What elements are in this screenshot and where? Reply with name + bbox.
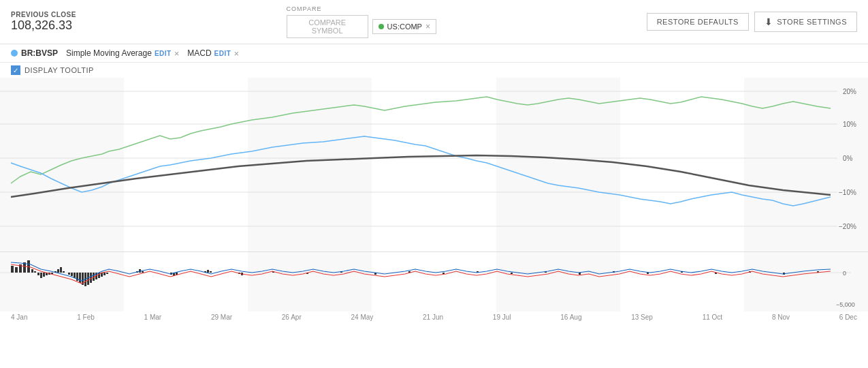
svg-rect-59: [443, 273, 445, 274]
svg-rect-41: [103, 273, 106, 275]
compare-symbol-input[interactable]: COMPARE SYMBOL: [287, 15, 368, 38]
svg-rect-50: [207, 270, 209, 273]
display-tooltip-checkbox[interactable]: [11, 65, 20, 75]
main-chart: SMA(50) 20% 10% 0% −10% −20%: [0, 78, 868, 251]
macd-edit-button[interactable]: EDIT: [214, 50, 231, 57]
svg-rect-26: [60, 267, 62, 273]
x-label-jul: 19 Jul: [493, 313, 511, 321]
svg-rect-32: [79, 273, 81, 283]
symbol-indicator: BR:BVSP: [11, 48, 58, 58]
prev-close-section: PREVIOUS CLOSE 108,326.33: [11, 11, 76, 33]
chip-label: US:COMP: [387, 22, 422, 31]
x-axis: 4 Jan 1 Feb 1 Mar 29 Mar 26 Apr 24 May 2…: [0, 311, 868, 321]
x-label-apr: 26 Apr: [282, 313, 302, 321]
svg-rect-51: [210, 271, 212, 273]
svg-rect-28: [68, 273, 70, 275]
prev-close-value: 108,326.33: [11, 18, 76, 33]
main-grid-svg: 20% 10% 0% −10% −20%: [0, 78, 868, 251]
macd-indicator: MACD EDIT ×: [187, 48, 239, 58]
svg-rect-17: [34, 271, 36, 273]
svg-text:−20%: −20%: [839, 223, 856, 230]
svg-rect-61: [511, 273, 513, 274]
svg-rect-36: [90, 273, 92, 283]
x-label-oct: 11 Oct: [703, 313, 722, 321]
macd-label: MACD: [187, 48, 211, 58]
store-settings-label: STORE SETTINGS: [777, 18, 847, 26]
macd-svg: 0 −5,000: [0, 252, 868, 312]
svg-text:0: 0: [843, 270, 846, 277]
svg-text:−5,000: −5,000: [836, 301, 855, 308]
prev-close-label: PREVIOUS CLOSE: [11, 11, 76, 18]
svg-rect-65: [647, 273, 649, 274]
x-label-dec: 6 Dec: [839, 313, 857, 321]
macd-chart: MACD(12,26,9): [0, 251, 868, 311]
svg-rect-18: [37, 273, 39, 275]
x-label-may: 24 May: [351, 313, 373, 321]
tooltip-label[interactable]: DISPLAY TOOLTIP: [25, 66, 94, 74]
svg-text:−10%: −10%: [839, 189, 856, 196]
svg-text:10%: 10%: [843, 121, 856, 128]
sma-edit-button[interactable]: EDIT: [155, 50, 172, 57]
top-bar: PREVIOUS CLOSE 108,326.33 COMPARE COMPAR…: [0, 0, 868, 44]
x-label-mar1: 1 Mar: [144, 313, 162, 321]
svg-rect-27: [63, 271, 65, 273]
svg-rect-25: [57, 269, 59, 273]
store-settings-button[interactable]: ⬇ STORE SETTINGS: [754, 12, 857, 32]
svg-text:20%: 20%: [843, 88, 856, 95]
restore-defaults-button[interactable]: RESTORE DEFAULTS: [647, 13, 749, 31]
macd-close-button[interactable]: ×: [234, 49, 239, 58]
svg-rect-19: [40, 273, 42, 278]
svg-rect-11: [11, 266, 14, 273]
chip-close-button[interactable]: ×: [425, 22, 430, 31]
right-buttons: RESTORE DEFAULTS ⬇ STORE SETTINGS: [647, 12, 857, 32]
svg-rect-48: [176, 273, 178, 275]
tooltip-bar: DISPLAY TOOLTIP: [0, 63, 868, 78]
sma-close-button[interactable]: ×: [174, 49, 180, 58]
svg-rect-45: [142, 271, 144, 273]
indicators-bar: BR:BVSP Simple Moving Average EDIT × MAC…: [0, 44, 868, 63]
chart-area: DISPLAY TOOLTIP SMA(50) 20% 10% 0% −: [0, 63, 868, 328]
svg-rect-35: [87, 273, 89, 285]
svg-rect-29: [71, 273, 73, 276]
chip-dot-icon: [379, 24, 384, 29]
x-label-jun: 21 Jun: [423, 313, 443, 321]
sma-indicator: Simple Moving Average EDIT ×: [66, 48, 179, 58]
symbol-dot-icon: [11, 50, 18, 57]
svg-rect-20: [43, 273, 45, 277]
compare-label: COMPARE: [287, 5, 322, 12]
x-label-mar29: 29 Mar: [211, 313, 232, 321]
x-label-aug: 16 Aug: [560, 313, 581, 321]
compare-section: COMPARE COMPARE SYMBOL US:COMP ×: [287, 5, 436, 38]
x-label-sep: 13 Sep: [631, 313, 653, 321]
svg-rect-42: [106, 273, 108, 274]
compare-controls: COMPARE SYMBOL US:COMP ×: [287, 15, 436, 38]
compare-chip: US:COMP ×: [372, 19, 436, 34]
symbol-label: BR:BVSP: [21, 48, 58, 58]
x-label-jan: 4 Jan: [11, 313, 27, 321]
svg-rect-12: [15, 267, 18, 273]
svg-text:0%: 0%: [843, 155, 853, 162]
x-label-feb: 1 Feb: [77, 313, 95, 321]
svg-rect-16: [31, 269, 33, 273]
x-label-nov: 8 Nov: [772, 313, 790, 321]
sma-label: Simple Moving Average: [66, 48, 152, 58]
store-icon: ⬇: [765, 16, 773, 27]
